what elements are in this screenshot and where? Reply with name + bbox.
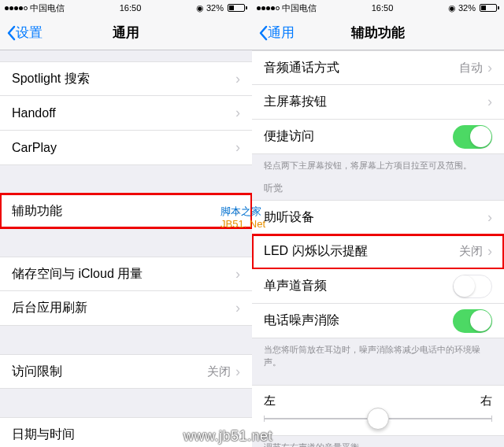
balance-right-label: 右 (480, 393, 492, 408)
page-title: 通用 (113, 24, 139, 42)
back-button[interactable]: 通用 (258, 24, 295, 42)
balance-slider-row: 左 右 (252, 385, 504, 436)
nav-bar: 通用 辅助功能 (252, 16, 504, 50)
chevron-right-icon: › (235, 427, 240, 443)
chevron-right-icon: › (235, 105, 240, 121)
chevron-right-icon: › (235, 71, 240, 87)
chevron-right-icon: › (487, 60, 492, 76)
cell-home-button[interactable]: 主屏幕按钮› (252, 85, 504, 120)
battery-pct: 32% (458, 3, 476, 13)
chevron-right-icon: › (487, 209, 492, 226)
balance-slider[interactable] (264, 418, 492, 419)
back-button[interactable]: 设置 (6, 24, 43, 42)
cell-storage[interactable]: 储存空间与 iCloud 用量› (0, 257, 252, 291)
status-time: 16:50 (120, 3, 142, 13)
chevron-left-icon (258, 25, 268, 41)
cell-restrictions[interactable]: 访问限制关闭› (0, 354, 252, 389)
cell-call-audio[interactable]: 音频通话方式自动› (252, 50, 504, 85)
status-bar: 中国电信 16:50 ◉ 32% (252, 0, 504, 16)
battery-pct: 32% (206, 3, 224, 13)
cell-bgrefresh[interactable]: 后台应用刷新› (0, 291, 252, 326)
cell-handoff[interactable]: Handoff› (0, 96, 252, 131)
toggle-noise-cancel[interactable] (453, 309, 492, 333)
cell-accessibility[interactable]: 辅助功能› (0, 194, 252, 228)
status-time: 16:50 (372, 3, 394, 13)
section-hearing: 听觉 (252, 177, 504, 200)
page-title: 辅助功能 (351, 24, 405, 42)
chevron-right-icon: › (235, 203, 240, 220)
chevron-right-icon: › (235, 300, 240, 316)
chevron-right-icon: › (235, 364, 240, 380)
cell-reachability[interactable]: 便捷访问 (252, 120, 504, 154)
chevron-right-icon: › (487, 94, 492, 110)
nav-bar: 设置 通用 (0, 16, 252, 50)
cell-noise-cancel[interactable]: 电话噪声消除 (252, 304, 504, 338)
cell-led-flash[interactable]: LED 闪烁以示提醒关闭› (252, 235, 504, 269)
note-balance: 调节左右声道的音量平衡。 (252, 436, 504, 447)
toggle-mono-audio[interactable] (453, 275, 492, 298)
chevron-right-icon: › (235, 139, 240, 156)
carrier: 中国电信 (282, 2, 317, 14)
cell-carplay[interactable]: CarPlay› (0, 131, 252, 165)
balance-left-label: 左 (264, 393, 276, 408)
slider-thumb[interactable] (367, 408, 389, 430)
note-reachability: 轻点两下主屏幕按钮，将屏幕上方项目拉至可及范围。 (252, 154, 504, 177)
toggle-reachability[interactable] (453, 125, 492, 149)
chevron-left-icon (6, 25, 16, 41)
cell-hearing-devices[interactable]: 助听设备› (252, 200, 504, 235)
status-bar: 中国电信 16:50 ◉ 32% (0, 0, 252, 16)
carrier: 中国电信 (30, 2, 65, 14)
chevron-right-icon: › (487, 243, 492, 260)
cell-mono-audio[interactable]: 单声道音频 (252, 269, 504, 304)
cell-datetime[interactable]: 日期与时间› (0, 417, 252, 447)
cell-spotlight[interactable]: Spotlight 搜索› (0, 61, 252, 96)
note-noise: 当您将听筒放在耳边时，噪声消除将减少电话中的环境噪声。 (252, 338, 504, 374)
chevron-right-icon: › (235, 266, 240, 283)
